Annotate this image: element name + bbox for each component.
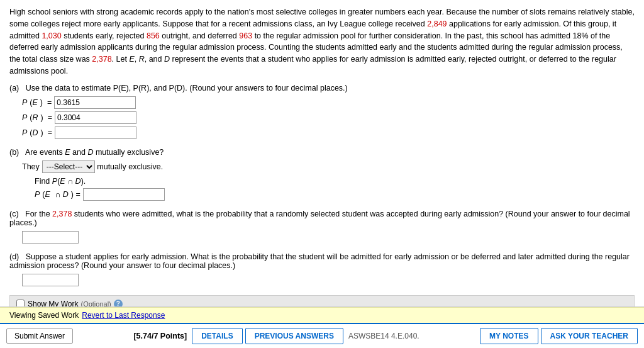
highlight-2378: 2,378 xyxy=(92,55,111,64)
intersection-label: P(E ∩ D) = xyxy=(35,190,80,199)
problem-text-part-4: students early, rejected xyxy=(62,31,147,40)
question-d-label: (d) Suppose a student applies for early … xyxy=(9,252,635,270)
pr-row: P(R) = xyxy=(22,111,635,124)
optional-text: (Optional) xyxy=(80,300,111,308)
question-b-sub: They ---Select--- are are not mutually e… xyxy=(22,160,635,201)
main-content: High school seniors with strong academic… xyxy=(0,0,644,307)
question-c-input-block xyxy=(22,231,635,244)
tab-group: DETAILS PREVIOUS ANSWERS xyxy=(192,328,343,344)
saving-text: Viewing Saved Work xyxy=(9,311,79,320)
help-icon[interactable]: ? xyxy=(114,300,123,308)
d-input[interactable] xyxy=(22,274,79,286)
pe-input[interactable] xyxy=(54,96,136,109)
question-a-label: (a) Use the data to estimate P(E), P(R),… xyxy=(9,84,635,93)
they-label: They xyxy=(22,162,40,171)
pd-label: P(D) = xyxy=(22,128,52,137)
right-tab-group: MY NOTES ASK YOUR TEACHER xyxy=(480,328,638,344)
pe-row: P(E) = xyxy=(22,96,635,109)
question-d: (d) Suppose a student applies for early … xyxy=(9,252,635,286)
pd-input[interactable] xyxy=(55,126,136,139)
highlight-856: 856 xyxy=(147,31,160,40)
question-c: (c) For the 2,378 students who were admi… xyxy=(9,210,635,244)
question-b: (b) Are events E and D mutually exclusiv… xyxy=(9,148,635,201)
highlight-c-2378: 2,378 xyxy=(52,210,72,218)
mutually-exclusive-select[interactable]: ---Select--- are are not xyxy=(42,160,95,173)
intersection-row: P(E ∩ D) = xyxy=(35,188,635,201)
show-work-checkbox[interactable] xyxy=(16,300,25,307)
intersection-input[interactable] xyxy=(83,188,165,201)
mutually-exclusive-row: They ---Select--- are are not mutually e… xyxy=(22,160,635,173)
tab-details[interactable]: DETAILS xyxy=(192,328,242,344)
problem-text-part-6: outright, and deferred xyxy=(160,31,239,40)
question-a-inputs: P(E) = P(R) = P(D) = xyxy=(22,96,635,139)
pd-row: P(D) = xyxy=(22,126,635,139)
submit-button[interactable]: Submit Answer xyxy=(6,328,73,344)
highlight-2849: 2,849 xyxy=(427,20,447,28)
c-input[interactable] xyxy=(22,231,79,244)
show-work-bar: Show My Work (Optional) ? xyxy=(9,295,635,308)
question-b-label: (b) Are events E and D mutually exclusiv… xyxy=(9,148,635,157)
tab-my-notes[interactable]: MY NOTES xyxy=(480,328,538,344)
question-c-label: (c) For the 2,378 students who were admi… xyxy=(9,210,635,227)
points-label: [5.74/7 Points] xyxy=(133,332,187,340)
bottom-bar: Submit Answer [5.74/7 Points] DETAILS PR… xyxy=(0,323,644,348)
mutually-exclusive-text: mutually exclusive. xyxy=(95,162,163,171)
revert-link[interactable]: Revert to Last Response xyxy=(82,311,165,320)
pe-label: P(E) = xyxy=(22,98,52,107)
find-label: Find P(E ∩ D). xyxy=(35,177,635,186)
question-d-input-block xyxy=(22,274,635,286)
assignment-id: ASWSBE14 4.E.040. xyxy=(348,332,419,340)
pr-label: P(R) = xyxy=(22,113,52,122)
highlight-963: 963 xyxy=(239,31,252,40)
find-intersection: Find P(E ∩ D). P(E ∩ D) = xyxy=(35,177,635,201)
highlight-1030: 1,030 xyxy=(42,31,61,40)
pr-input[interactable] xyxy=(55,111,136,124)
tab-ask-teacher[interactable]: ASK YOUR TEACHER xyxy=(541,328,638,344)
tab-previous-answers[interactable]: PREVIOUS ANSWERS xyxy=(245,328,343,344)
question-a: (a) Use the data to estimate P(E), P(R),… xyxy=(9,84,635,139)
saving-bar: Viewing Saved Work Revert to Last Respon… xyxy=(0,307,644,323)
problem-text: High school seniors with strong academic… xyxy=(9,6,635,77)
show-work-label: Show My Work xyxy=(28,300,78,308)
